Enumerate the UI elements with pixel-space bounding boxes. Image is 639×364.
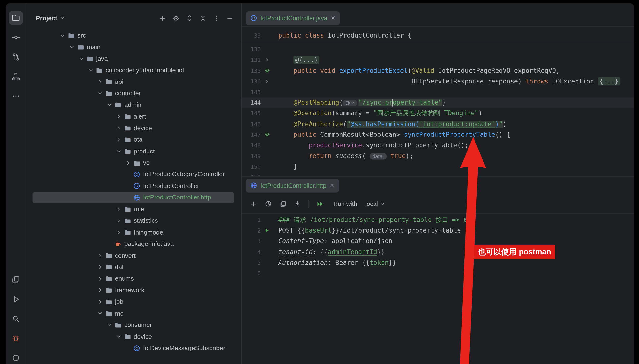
tree-item-device[interactable]: device <box>26 122 241 134</box>
code-text <box>273 44 634 55</box>
line-number: 150 <box>242 162 261 172</box>
chevron-collapsed-icon[interactable] <box>114 135 123 144</box>
chevron-collapsed-icon[interactable] <box>114 216 123 226</box>
chevron-collapsed-icon[interactable] <box>95 297 105 307</box>
chevron-expanded-icon[interactable] <box>104 320 114 330</box>
tree-item-package-info-java[interactable]: package-info.java <box>26 238 241 250</box>
chevron-expanded-icon[interactable] <box>67 42 77 52</box>
tab-iotproductcontroller-http[interactable]: IotProductController.http × <box>246 178 339 192</box>
locate-icon[interactable] <box>173 15 179 22</box>
chevron-expanded-icon[interactable] <box>114 332 123 341</box>
chevron-collapsed-icon[interactable] <box>123 158 133 168</box>
tree-item-main[interactable]: main <box>26 42 241 53</box>
gutter-spacer <box>261 118 273 129</box>
tree-item-iotproductcategorycontroller[interactable]: CIotProductCategoryController <box>26 169 241 180</box>
chevron-expanded-icon[interactable] <box>95 88 105 98</box>
tree-item-consumer[interactable]: consumer <box>26 319 241 331</box>
tree-item-admin[interactable]: admin <box>26 99 241 111</box>
tree-item-api[interactable]: api <box>26 76 241 88</box>
chevron-collapsed-icon[interactable] <box>114 228 123 237</box>
open-in-http-client-inlay[interactable] <box>343 100 357 106</box>
play-gutter-icon[interactable] <box>261 225 273 236</box>
chevron-expanded-icon[interactable] <box>86 65 95 75</box>
bug-icon[interactable] <box>9 331 23 345</box>
chevron-collapsed-icon[interactable] <box>95 77 105 87</box>
tree-item-job[interactable]: job <box>26 296 241 308</box>
project-view-selector[interactable]: Project <box>36 15 65 22</box>
tree-item-enums[interactable]: enums <box>26 273 241 284</box>
chevron-expanded-icon[interactable] <box>104 100 114 110</box>
structure-icon[interactable] <box>9 70 23 84</box>
more-icon[interactable] <box>9 89 23 103</box>
import-icon[interactable] <box>291 198 303 210</box>
tree-item-cn-iocoder-yudao-module-iot[interactable]: cn.iocoder.yudao.module.iot <box>26 64 241 76</box>
chevron-expanded-icon[interactable] <box>95 308 105 318</box>
hide-icon[interactable] <box>226 15 233 22</box>
folded-region[interactable]: @{...} <box>293 56 320 64</box>
copy-icon[interactable] <box>277 198 289 210</box>
tree-item-iotdevicemessagesubscriber[interactable]: CIotDeviceMessageSubscriber <box>26 342 241 354</box>
chevron-collapsed-icon[interactable] <box>114 112 123 121</box>
run-icon[interactable] <box>9 292 23 306</box>
chevron-collapsed-icon[interactable] <box>95 262 105 272</box>
layers-icon[interactable] <box>9 273 23 286</box>
chevron-collapsed-icon[interactable] <box>114 123 123 133</box>
chevron-collapsed-icon[interactable] <box>95 251 105 260</box>
tab-close-icon[interactable]: × <box>331 15 336 22</box>
tree-item-iotproductcontroller-http[interactable]: IotProductController.http <box>26 192 241 204</box>
chevron-expanded-icon[interactable] <box>114 146 123 156</box>
add-icon[interactable] <box>159 15 166 22</box>
run-with-label: Run with: <box>333 200 359 208</box>
tree-item-framework[interactable]: framework <box>26 284 241 296</box>
chevron-expanded-icon[interactable] <box>57 31 67 40</box>
chevron-expanded-icon[interactable] <box>76 54 86 64</box>
api-gutter-icon[interactable] <box>261 65 273 76</box>
fold-gutter-icon[interactable] <box>261 76 273 87</box>
code-line-143: 143 <box>242 87 634 97</box>
chevron-collapsed-icon[interactable] <box>95 285 105 295</box>
tree-item-alert[interactable]: alert <box>26 111 241 122</box>
commit-icon[interactable] <box>9 30 23 44</box>
tree-item-java[interactable]: java <box>26 53 241 64</box>
chevron-down-icon <box>60 15 65 22</box>
tree-item-dal[interactable]: dal <box>26 262 241 273</box>
tree-item-statistics[interactable]: statistics <box>26 215 241 226</box>
editor-tab-bar: C IotProductController.java × <box>242 3 634 27</box>
tree-item-thingmodel[interactable]: thingmodel <box>26 226 241 238</box>
tree-item-device[interactable]: device <box>26 331 241 342</box>
line-number: 145 <box>242 108 261 118</box>
expand-all-icon[interactable] <box>186 15 193 22</box>
collapse-all-icon[interactable] <box>200 15 206 22</box>
tree-item-src[interactable]: src <box>26 30 241 42</box>
tree-item-vo[interactable]: vo <box>26 157 241 169</box>
history-icon[interactable] <box>262 198 274 210</box>
chevron-collapsed-icon[interactable] <box>95 274 105 284</box>
tree-item-ota[interactable]: ota <box>26 134 241 146</box>
profile-partial-icon[interactable] <box>9 351 23 364</box>
code-line-4: 4tenant-id: {{adminTenantId}} <box>242 246 634 257</box>
add-icon[interactable] <box>247 198 259 210</box>
run-all-icon[interactable] <box>314 198 326 210</box>
tree-item-mq[interactable]: mq <box>26 308 241 319</box>
pull-requests-icon[interactable] <box>9 50 23 64</box>
tree-item-convert[interactable]: convert <box>26 250 241 262</box>
more-v-icon[interactable] <box>213 15 220 22</box>
environment-value: local <box>365 200 378 208</box>
tree-item-product[interactable]: product <box>26 146 241 157</box>
gutter-spacer <box>261 30 273 41</box>
class-icon: C <box>133 171 140 178</box>
environment-selector[interactable]: local <box>365 200 385 208</box>
package-icon <box>124 217 131 224</box>
tab-close-icon[interactable]: × <box>330 182 335 189</box>
fold-gutter-icon[interactable] <box>261 55 273 65</box>
tab-iotproductcontroller-java[interactable]: C IotProductController.java × <box>246 11 340 25</box>
code-line-130: 130 <box>242 44 634 55</box>
tree-item-controller[interactable]: controller <box>26 88 241 99</box>
tree-item-iotproductcontroller[interactable]: CIotProductController <box>26 180 241 192</box>
tree-item-rule[interactable]: rule <box>26 203 241 215</box>
chevron-collapsed-icon[interactable] <box>114 204 123 214</box>
project-folder-icon[interactable] <box>9 11 23 25</box>
search-icon[interactable] <box>9 312 23 326</box>
folded-region[interactable]: {...} <box>598 77 620 86</box>
api-gutter-icon[interactable] <box>261 129 273 140</box>
